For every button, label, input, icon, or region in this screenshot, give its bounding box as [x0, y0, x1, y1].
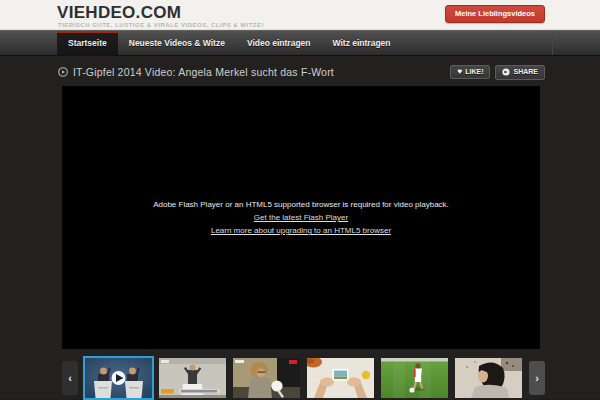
share-button[interactable]: SHARE: [495, 65, 545, 80]
thumbnail-art-debate: [85, 358, 152, 398]
like-button-label: LIKE!: [465, 68, 483, 75]
thumbnail-art-interview: [233, 358, 300, 398]
nav-item-witz-eintragen[interactable]: Witz eintragen: [322, 31, 402, 55]
site-header: VIEHDEO.COM TIERISCH GUTE, LUSTIGE & VIR…: [0, 0, 600, 30]
player-message-block: Adobe Flash Player or an HTML5 supported…: [62, 198, 540, 237]
heart-icon: ♥: [457, 69, 462, 75]
carousel-thumbnail-3[interactable]: [233, 358, 300, 398]
share-arrow-icon: [502, 68, 510, 76]
nav-item-neueste-videos[interactable]: Neueste Videos & Witze: [118, 31, 236, 55]
carousel-thumbnail-2[interactable]: [159, 358, 226, 398]
play-circle-icon: [58, 67, 68, 77]
page-title: IT-Gipfel 2014 Video: Angela Merkel such…: [73, 66, 445, 78]
site-logo[interactable]: VIEHDEO.COM: [57, 3, 181, 23]
share-button-label: SHARE: [513, 68, 538, 75]
main-nav: Startseite Neueste Videos & Witze Video …: [0, 30, 600, 56]
video-player[interactable]: Adobe Flash Player or an HTML5 supported…: [62, 86, 540, 349]
nav-divider: [552, 31, 553, 55]
video-title-row: IT-Gipfel 2014 Video: Angela Merkel such…: [55, 56, 545, 80]
thumbnail-art-photo: [307, 358, 374, 398]
favorites-button[interactable]: Meine Lieblingsvideos: [445, 5, 545, 23]
html5-upgrade-link[interactable]: Learn more about upgrading to an HTML5 b…: [62, 224, 540, 237]
thumbnail-art-speech: [159, 358, 226, 398]
carousel-thumbnail-1[interactable]: [85, 358, 152, 398]
carousel-thumbnail-4[interactable]: [307, 358, 374, 398]
main-content: IT-Gipfel 2014 Video: Angela Merkel such…: [0, 56, 600, 399]
carousel-prev-button[interactable]: ‹: [62, 361, 78, 395]
thumbnail-art-soccer: [381, 358, 448, 398]
thumbnail-carousel: ‹: [62, 358, 600, 398]
like-button[interactable]: ♥ LIKE!: [450, 65, 490, 79]
carousel-thumbnail-6[interactable]: [455, 358, 522, 398]
get-flash-link[interactable]: Get the latest Flash Player: [62, 211, 540, 224]
carousel-next-button[interactable]: ›: [529, 361, 545, 395]
carousel-thumbnail-5[interactable]: [381, 358, 448, 398]
nav-item-video-eintragen[interactable]: Video eintragen: [236, 31, 322, 55]
flash-required-text: Adobe Flash Player or an HTML5 supported…: [153, 200, 449, 209]
site-tagline: TIERISCH GUTE, LUSTIGE & VIRALE VIDEOS, …: [58, 22, 264, 28]
nav-item-startseite[interactable]: Startseite: [57, 31, 118, 55]
thumbnail-art-girl: [455, 358, 522, 398]
